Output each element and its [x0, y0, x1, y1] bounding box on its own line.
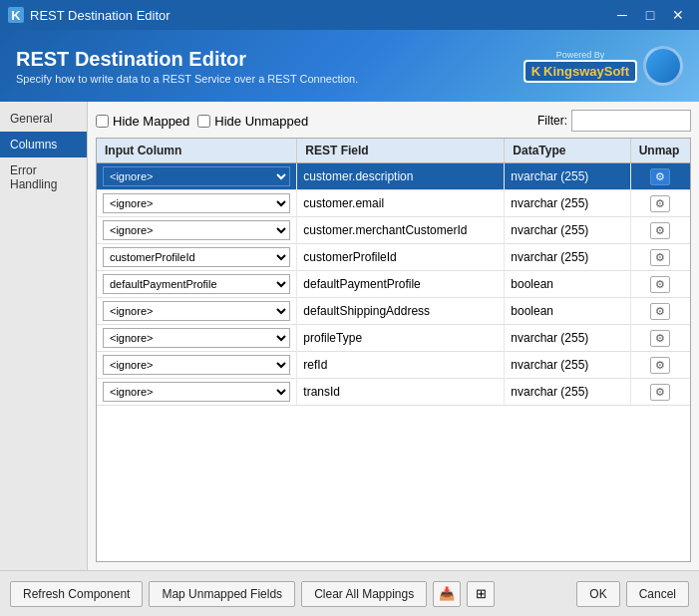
minimize-button[interactable]: ─	[609, 5, 635, 25]
col-header-datatype: DataType	[505, 139, 630, 163]
window-controls: ─ □ ✕	[609, 5, 691, 25]
rest-field-cell: defaultShippingAddress	[297, 298, 505, 325]
input-column-select[interactable]: defaultPaymentProfile	[103, 274, 290, 294]
datatype-cell: nvarchar (255)	[505, 352, 630, 379]
input-column-select[interactable]: <ignore>	[103, 193, 290, 213]
table-row: customerProfileIdcustomerProfileIdnvarch…	[97, 244, 690, 271]
input-column-select[interactable]: <ignore>	[103, 382, 290, 402]
logo-badge: K KingswaySoft	[524, 60, 637, 83]
datatype-cell: nvarchar (255)	[505, 217, 630, 244]
maximize-button[interactable]: □	[637, 5, 663, 25]
hide-unmapped-label[interactable]: Hide Unmapped	[197, 114, 308, 129]
header: REST Destination Editor Specify how to w…	[0, 30, 699, 102]
datatype-cell: nvarchar (255)	[505, 244, 630, 271]
cancel-button[interactable]: Cancel	[626, 581, 689, 607]
icon-button-2[interactable]: ⊞	[467, 581, 495, 607]
header-subtitle: Specify how to write data to a REST Serv…	[16, 73, 358, 85]
table-header-row: Input Column REST Field DataType Unmap	[97, 139, 690, 163]
column-toolbar: Hide Mapped Hide Unmapped Filter:	[96, 110, 691, 132]
col-header-input: Input Column	[97, 139, 297, 163]
unmap-button[interactable]: ⚙	[650, 168, 670, 185]
unmap-button[interactable]: ⚙	[650, 276, 670, 293]
filter-section: Filter:	[537, 110, 691, 132]
title-bar: K REST Destination Editor ─ □ ✕	[0, 0, 699, 30]
rest-field-cell: transId	[297, 379, 505, 406]
header-title: REST Destination Editor	[16, 48, 358, 71]
grid-icon: ⊞	[476, 586, 487, 601]
input-column-select[interactable]: <ignore>	[103, 301, 290, 321]
clear-all-button[interactable]: Clear All Mappings	[301, 581, 427, 607]
input-column-select[interactable]: customerProfileId	[103, 247, 290, 267]
unmap-button[interactable]: ⚙	[650, 330, 670, 347]
input-column-select[interactable]: <ignore>	[103, 355, 290, 375]
header-logo: Powered By K KingswaySoft	[524, 46, 683, 86]
footer: Refresh Component Map Unmapped Fields Cl…	[0, 570, 699, 616]
powered-by-text: Powered By	[524, 50, 637, 60]
table-row: <ignore>customer.merchantCustomerIdnvarc…	[97, 217, 690, 244]
hide-unmapped-checkbox[interactable]	[197, 115, 210, 128]
datatype-cell: boolean	[505, 298, 630, 325]
table-row: <ignore>customer.emailnvarchar (255)⚙	[97, 190, 690, 217]
hide-mapped-label[interactable]: Hide Mapped	[96, 114, 189, 129]
sidebar-item-columns[interactable]: Columns	[0, 132, 87, 157]
ok-button[interactable]: OK	[576, 581, 619, 607]
col-header-unmap: Unmap	[630, 139, 690, 163]
sidebar-item-general[interactable]: General	[0, 106, 87, 132]
unmap-button[interactable]: ⚙	[650, 303, 670, 320]
datatype-cell: nvarchar (255)	[505, 190, 630, 217]
table-row: <ignore>defaultShippingAddressboolean⚙	[97, 298, 690, 325]
datatype-cell: nvarchar (255)	[505, 325, 630, 352]
logo-circle	[643, 46, 683, 86]
table-row: <ignore>profileTypenvarchar (255)⚙	[97, 325, 690, 352]
unmap-button[interactable]: ⚙	[650, 357, 670, 374]
refresh-component-button[interactable]: Refresh Component	[10, 581, 143, 607]
datatype-cell: boolean	[505, 271, 630, 298]
hide-mapped-checkbox[interactable]	[96, 115, 109, 128]
rest-field-cell: refId	[297, 352, 505, 379]
input-column-select[interactable]: <ignore>	[103, 166, 290, 186]
sidebar-item-error-handling[interactable]: Error Handling	[0, 157, 87, 197]
sidebar: General Columns Error Handling	[0, 102, 88, 570]
rest-field-cell: customer.email	[297, 190, 505, 217]
rest-field-cell: profileType	[297, 325, 505, 352]
unmap-button[interactable]: ⚙	[650, 249, 670, 266]
mapping-table: Input Column REST Field DataType Unmap <…	[97, 139, 690, 406]
table-body: <ignore>customer.descriptionnvarchar (25…	[97, 163, 690, 406]
window-title: REST Destination Editor	[30, 8, 171, 23]
map-unmapped-button[interactable]: Map Unmapped Fields	[149, 581, 295, 607]
col-header-rest: REST Field	[297, 139, 505, 163]
rest-field-cell: defaultPaymentProfile	[297, 271, 505, 298]
unmap-button[interactable]: ⚙	[650, 222, 670, 239]
right-panel: Hide Mapped Hide Unmapped Filter: Input …	[88, 102, 699, 570]
table-row: <ignore>customer.descriptionnvarchar (25…	[97, 163, 690, 190]
unmap-button[interactable]: ⚙	[650, 384, 670, 401]
unmap-button[interactable]: ⚙	[650, 195, 670, 212]
ok-cancel-group: OK Cancel	[576, 581, 689, 607]
rest-field-cell: customer.description	[297, 163, 505, 190]
datatype-cell: nvarchar (255)	[505, 379, 630, 406]
input-column-select[interactable]: <ignore>	[103, 328, 290, 348]
close-button[interactable]: ✕	[665, 5, 691, 25]
input-column-select[interactable]: <ignore>	[103, 220, 290, 240]
table-row: <ignore>transIdnvarchar (255)⚙	[97, 379, 690, 406]
filter-label: Filter:	[537, 114, 567, 128]
icon-button-1[interactable]: 📥	[433, 581, 461, 607]
app-icon: K	[8, 7, 24, 23]
table-row: defaultPaymentProfiledefaultPaymentProfi…	[97, 271, 690, 298]
rest-field-cell: customer.merchantCustomerId	[297, 217, 505, 244]
filter-input[interactable]	[571, 110, 691, 132]
table-row: <ignore>refIdnvarchar (255)⚙	[97, 352, 690, 379]
import-icon: 📥	[439, 586, 455, 601]
mapping-table-container: Input Column REST Field DataType Unmap <…	[96, 138, 691, 562]
datatype-cell: nvarchar (255)	[505, 163, 630, 190]
rest-field-cell: customerProfileId	[297, 244, 505, 271]
